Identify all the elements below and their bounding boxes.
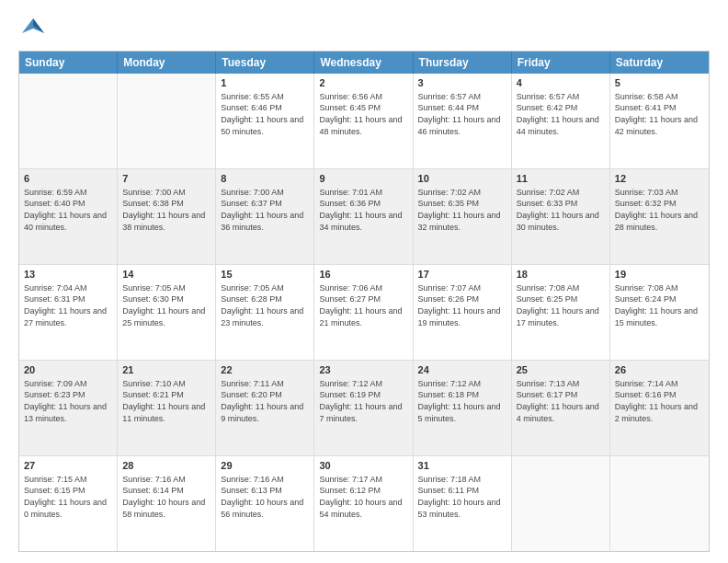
calendar-cell: 6Sunrise: 6:59 AM Sunset: 6:40 PM Daylig… — [19, 169, 118, 264]
calendar-cell: 2Sunrise: 6:56 AM Sunset: 6:45 PM Daylig… — [314, 74, 413, 168]
calendar-cell: 29Sunrise: 7:16 AM Sunset: 6:13 PM Dayli… — [216, 456, 314, 551]
calendar-cell: 18Sunrise: 7:08 AM Sunset: 6:25 PM Dayli… — [512, 265, 610, 360]
cell-info: Sunrise: 7:00 AM Sunset: 6:37 PM Dayligh… — [221, 187, 309, 233]
day-number: 21 — [122, 363, 210, 377]
day-number: 29 — [221, 459, 309, 473]
calendar-cell: 5Sunrise: 6:58 AM Sunset: 6:41 PM Daylig… — [610, 74, 709, 168]
cell-info: Sunrise: 7:03 AM Sunset: 6:32 PM Dayligh… — [615, 187, 704, 233]
day-number: 31 — [418, 459, 506, 473]
calendar-cell: 20Sunrise: 7:09 AM Sunset: 6:23 PM Dayli… — [19, 361, 118, 455]
cell-info: Sunrise: 7:13 AM Sunset: 6:17 PM Dayligh… — [517, 378, 605, 424]
cell-info: Sunrise: 7:01 AM Sunset: 6:36 PM Dayligh… — [319, 187, 407, 233]
cell-info: Sunrise: 7:10 AM Sunset: 6:21 PM Dayligh… — [122, 378, 210, 424]
day-number: 17 — [418, 268, 506, 282]
calendar-cell: 11Sunrise: 7:02 AM Sunset: 6:33 PM Dayli… — [512, 169, 610, 264]
calendar-body: 1Sunrise: 6:55 AM Sunset: 6:46 PM Daylig… — [19, 74, 709, 551]
cell-info: Sunrise: 7:16 AM Sunset: 6:13 PM Dayligh… — [221, 474, 309, 520]
cell-info: Sunrise: 7:12 AM Sunset: 6:19 PM Dayligh… — [319, 378, 407, 424]
calendar-cell: 30Sunrise: 7:17 AM Sunset: 6:12 PM Dayli… — [314, 456, 413, 551]
calendar-cell: 17Sunrise: 7:07 AM Sunset: 6:26 PM Dayli… — [414, 265, 512, 360]
calendar-row-4: 20Sunrise: 7:09 AM Sunset: 6:23 PM Dayli… — [19, 361, 709, 456]
day-number: 13 — [24, 268, 112, 282]
svg-marker-1 — [33, 18, 44, 33]
cell-info: Sunrise: 7:07 AM Sunset: 6:26 PM Dayligh… — [418, 282, 506, 328]
day-number: 16 — [319, 268, 407, 282]
cell-info: Sunrise: 7:06 AM Sunset: 6:27 PM Dayligh… — [319, 282, 407, 328]
header — [18, 15, 710, 43]
day-number: 5 — [615, 76, 704, 90]
day-of-week-sunday: Sunday — [19, 52, 118, 74]
day-number: 22 — [221, 363, 309, 377]
cell-info: Sunrise: 7:02 AM Sunset: 6:35 PM Dayligh… — [418, 187, 506, 233]
calendar-cell: 31Sunrise: 7:18 AM Sunset: 6:11 PM Dayli… — [414, 456, 512, 551]
calendar-cell: 12Sunrise: 7:03 AM Sunset: 6:32 PM Dayli… — [610, 169, 709, 264]
calendar-cell: 26Sunrise: 7:14 AM Sunset: 6:16 PM Dayli… — [610, 361, 709, 455]
day-number: 10 — [418, 172, 506, 186]
day-number: 3 — [418, 76, 506, 90]
day-number: 20 — [24, 363, 112, 377]
calendar-row-2: 6Sunrise: 6:59 AM Sunset: 6:40 PM Daylig… — [19, 169, 709, 265]
day-number: 30 — [319, 459, 407, 473]
cell-info: Sunrise: 7:11 AM Sunset: 6:20 PM Dayligh… — [221, 378, 309, 424]
day-number: 15 — [221, 268, 309, 282]
cell-info: Sunrise: 7:12 AM Sunset: 6:18 PM Dayligh… — [418, 378, 506, 424]
calendar-cell: 1Sunrise: 6:55 AM Sunset: 6:46 PM Daylig… — [216, 74, 314, 168]
calendar-cell: 16Sunrise: 7:06 AM Sunset: 6:27 PM Dayli… — [314, 265, 413, 360]
logo — [18, 15, 46, 43]
day-of-week-saturday: Saturday — [610, 52, 709, 74]
day-number: 7 — [122, 172, 210, 186]
cell-info: Sunrise: 7:16 AM Sunset: 6:14 PM Dayligh… — [122, 474, 210, 520]
cell-info: Sunrise: 7:14 AM Sunset: 6:16 PM Dayligh… — [615, 378, 704, 424]
day-number: 18 — [517, 268, 605, 282]
cell-info: Sunrise: 7:04 AM Sunset: 6:31 PM Dayligh… — [24, 282, 112, 328]
day-number: 1 — [221, 76, 309, 90]
day-number: 28 — [122, 459, 210, 473]
day-of-week-thursday: Thursday — [414, 52, 512, 74]
cell-info: Sunrise: 6:55 AM Sunset: 6:46 PM Dayligh… — [221, 91, 309, 137]
calendar-cell: 8Sunrise: 7:00 AM Sunset: 6:37 PM Daylig… — [216, 169, 314, 264]
page: SundayMondayTuesdayWednesdayThursdayFrid… — [0, 0, 728, 563]
calendar-cell: 25Sunrise: 7:13 AM Sunset: 6:17 PM Dayli… — [512, 361, 610, 455]
calendar-cell — [118, 74, 216, 168]
day-number: 4 — [517, 76, 605, 90]
day-of-week-tuesday: Tuesday — [216, 52, 314, 74]
calendar-cell: 4Sunrise: 6:57 AM Sunset: 6:42 PM Daylig… — [512, 74, 610, 168]
cell-info: Sunrise: 7:08 AM Sunset: 6:24 PM Dayligh… — [615, 282, 704, 328]
cell-info: Sunrise: 7:18 AM Sunset: 6:11 PM Dayligh… — [418, 474, 506, 520]
day-of-week-monday: Monday — [118, 52, 216, 74]
day-number: 27 — [24, 459, 112, 473]
calendar-cell: 21Sunrise: 7:10 AM Sunset: 6:21 PM Dayli… — [118, 361, 216, 455]
cell-info: Sunrise: 7:05 AM Sunset: 6:30 PM Dayligh… — [122, 282, 210, 328]
day-number: 14 — [122, 268, 210, 282]
calendar-header: SundayMondayTuesdayWednesdayThursdayFrid… — [19, 52, 709, 74]
calendar-row-3: 13Sunrise: 7:04 AM Sunset: 6:31 PM Dayli… — [19, 265, 709, 361]
calendar-cell: 24Sunrise: 7:12 AM Sunset: 6:18 PM Dayli… — [414, 361, 512, 455]
calendar-cell: 15Sunrise: 7:05 AM Sunset: 6:28 PM Dayli… — [216, 265, 314, 360]
cell-info: Sunrise: 6:59 AM Sunset: 6:40 PM Dayligh… — [24, 187, 112, 233]
calendar-cell — [512, 456, 610, 551]
day-number: 11 — [517, 172, 605, 186]
cell-info: Sunrise: 7:02 AM Sunset: 6:33 PM Dayligh… — [517, 187, 605, 233]
calendar-cell: 19Sunrise: 7:08 AM Sunset: 6:24 PM Dayli… — [610, 265, 709, 360]
calendar-cell — [19, 74, 118, 168]
cell-info: Sunrise: 6:56 AM Sunset: 6:45 PM Dayligh… — [319, 91, 407, 137]
calendar: SundayMondayTuesdayWednesdayThursdayFrid… — [18, 51, 710, 552]
calendar-cell: 13Sunrise: 7:04 AM Sunset: 6:31 PM Dayli… — [19, 265, 118, 360]
calendar-cell: 9Sunrise: 7:01 AM Sunset: 6:36 PM Daylig… — [314, 169, 413, 264]
calendar-cell: 28Sunrise: 7:16 AM Sunset: 6:14 PM Dayli… — [118, 456, 216, 551]
cell-info: Sunrise: 6:57 AM Sunset: 6:44 PM Dayligh… — [418, 91, 506, 137]
day-number: 6 — [24, 172, 112, 186]
cell-info: Sunrise: 7:15 AM Sunset: 6:15 PM Dayligh… — [24, 474, 112, 520]
cell-info: Sunrise: 7:00 AM Sunset: 6:38 PM Dayligh… — [122, 187, 210, 233]
day-number: 26 — [615, 363, 704, 377]
cell-info: Sunrise: 7:09 AM Sunset: 6:23 PM Dayligh… — [24, 378, 112, 424]
calendar-cell: 27Sunrise: 7:15 AM Sunset: 6:15 PM Dayli… — [19, 456, 118, 551]
day-number: 2 — [319, 76, 407, 90]
calendar-cell: 14Sunrise: 7:05 AM Sunset: 6:30 PM Dayli… — [118, 265, 216, 360]
day-number: 25 — [517, 363, 605, 377]
cell-info: Sunrise: 7:05 AM Sunset: 6:28 PM Dayligh… — [221, 282, 309, 328]
cell-info: Sunrise: 7:08 AM Sunset: 6:25 PM Dayligh… — [517, 282, 605, 328]
logo-bird-icon — [20, 15, 46, 43]
day-of-week-friday: Friday — [512, 52, 610, 74]
calendar-cell: 7Sunrise: 7:00 AM Sunset: 6:38 PM Daylig… — [118, 169, 216, 264]
